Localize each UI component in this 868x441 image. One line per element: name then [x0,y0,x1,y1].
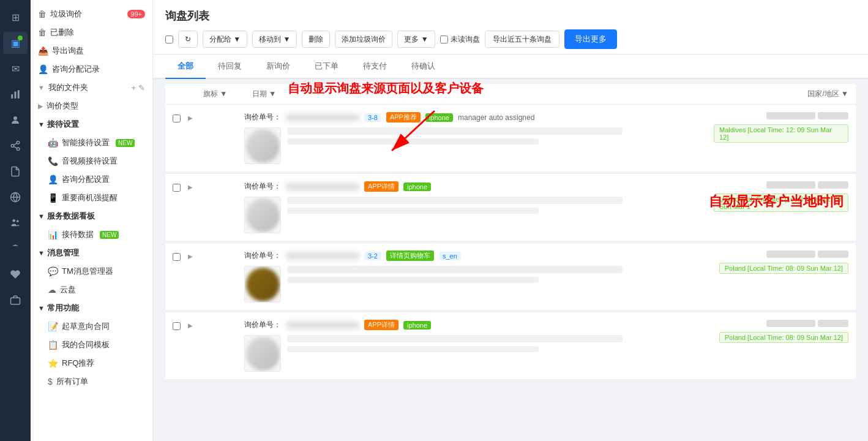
delete-button[interactable]: 删除 [302,31,330,48]
rfq-icon: ⭐ [48,358,58,368]
section-message-label: 消息管理 [47,247,79,258]
sidebar-item-consult-dist[interactable]: 👤 咨询分配设置 [31,170,152,189]
inquiry-type-row[interactable]: ▶ 询价类型 [31,97,152,115]
refresh-button[interactable]: ↻ [178,31,198,48]
export-more-button[interactable]: 导出更多 [564,29,617,49]
tab-ordered[interactable]: 已下单 [302,55,351,79]
expand-2[interactable]: ▶ [188,181,193,190]
svg-point-12 [17,220,19,222]
file-icon[interactable] [3,160,28,183]
product-name-4 [287,335,623,342]
annotation-1: 自动显示询盘来源页面以及客户设备 [288,80,484,97]
briefcase-icon[interactable] [3,289,28,311]
sidebar-item-tm[interactable]: 💬 TM消息管理器 [31,262,152,281]
tab-pending-reply[interactable]: 待回复 [206,55,254,79]
person-group-icon[interactable] [3,212,28,234]
product-info-3 [287,266,706,283]
inquiry-checkbox-4[interactable] [173,320,181,332]
sidebar-item-cloud[interactable]: ☁ 云盘 [31,281,152,299]
product-info-1 [287,127,706,145]
flag-col-header[interactable]: 旗标 ▼ [203,89,252,99]
user-icon[interactable] [3,109,28,131]
message-icon[interactable]: ✉ [3,58,28,80]
sidebar-item-rfq[interactable]: ⭐ RFQ推荐 [31,354,152,372]
inquiry-number-4: 询价单号： [244,320,281,330]
add-spam-button[interactable]: 添加垃圾询价 [335,31,392,48]
more-button[interactable]: 更多 ▼ [397,31,435,48]
section-service-label: 服务数据看板 [47,211,95,222]
check-1[interactable] [173,115,181,123]
tab-all[interactable]: 全部 [165,55,206,79]
inquiry-header-3: 询价单号： 3-2 详情页购物车 s_en [244,251,706,261]
sidebar-item-trash[interactable]: 🗑 垃圾询价 99+ [31,5,152,23]
date-badge-3: 3-2 [364,252,381,260]
inquiry-header-2: 询价单号： APP详情 iphone [244,181,706,192]
sidebar-item-export[interactable]: 📤 导出询盘 [31,42,152,60]
export-icon: 📤 [38,46,48,56]
smart-icon: 🤖 [48,138,58,148]
section-message[interactable]: ▼ 消息管理 [31,244,152,262]
product-info-4 [287,335,706,352]
expand-4[interactable]: ▶ [188,320,193,329]
unread-check[interactable] [440,36,448,43]
svg-line-8 [13,143,17,145]
folder-actions: + ✎ [131,83,145,92]
sidebar-item-contract-draft[interactable]: 📝 起草意向合同 [31,317,152,336]
svg-point-6 [17,148,20,151]
inquiry-checkbox-3[interactable] [173,251,181,263]
inquiry-body-2: 询价单号： APP详情 iphone [244,181,706,233]
tabs: 全部 待回复 新询价 已下单 待支付 待确认 [153,55,868,79]
inquiry-id-1 [286,114,359,121]
sidebar-item-deleted[interactable]: 🗑 已删除 [31,23,152,42]
inquiry-card-4: ▶ 询价单号： APP详情 iphone [165,312,856,380]
product-name-3 [287,266,623,273]
sidebar-item-reception-data[interactable]: 📊 接待数据 NEW [31,225,152,244]
expand-3[interactable]: ▶ [188,251,193,260]
section-reception[interactable]: ▼ 接待设置 [31,115,152,134]
move-button[interactable]: 移动到 ▼ [252,31,297,48]
chart-icon[interactable] [3,83,28,105]
tab-pending-confirm[interactable]: 待确认 [399,55,447,79]
add-folder-icon[interactable]: + [131,83,136,92]
home-icon[interactable]: ⊞ [3,6,28,28]
svg-rect-0 [11,94,13,99]
product-name-2 [287,197,623,204]
check-2[interactable] [173,184,181,192]
inquiry-section-1: ▶ 询价单号： 3-8 APP推荐 iphone manager auto as… [165,105,856,172]
bank-icon[interactable] [3,238,28,260]
export-fifty-button[interactable]: 导出近五十条询盘 [485,31,559,48]
sidebar-item-remind[interactable]: 📱 重要商机强提醒 [31,189,152,207]
tab-pending-pay[interactable]: 待支付 [351,55,399,79]
select-all-checkbox[interactable] [165,36,173,43]
country-col-header[interactable]: 国家/地区 ▼ [726,89,848,99]
inquiry-checkbox-1[interactable] [173,112,181,124]
sidebar-item-consult[interactable]: 👤 咨询分配记录 [31,60,152,78]
expand-1[interactable]: ▶ [188,112,193,121]
unread-checkbox[interactable]: 未读询盘 [440,34,480,45]
heart-icon[interactable] [3,263,28,285]
tab-new-inquiry[interactable]: 新询价 [254,55,302,79]
inquiry-header-4: 询价单号： APP详情 iphone [244,320,706,330]
share-icon[interactable] [3,135,28,157]
move-label: 移动到 ▼ [259,34,290,45]
edit-folder-icon[interactable]: ✎ [138,83,145,92]
delete-label: 删除 [309,34,323,45]
distribute-label: 分配给 ▼ [209,34,241,45]
check-3[interactable] [173,253,181,261]
distribute-button[interactable]: 分配给 ▼ [203,31,247,48]
sidebar-item-contract-template[interactable]: 📋 我的合同模板 [31,336,152,354]
sidebar-item-orders[interactable]: $ 所有订单 [31,372,152,391]
section-service[interactable]: ▼ 服务数据看板 [31,207,152,225]
icon-bar: ⊞ ▣ ✉ [0,0,31,441]
dashboard-icon[interactable]: ▣ [3,32,28,54]
section-common[interactable]: ▼ 常用功能 [31,299,152,317]
sidebar-item-av-reception[interactable]: 📞 音视频接待设置 [31,152,152,170]
product-desc-2 [287,208,539,214]
check-4[interactable] [173,322,181,330]
inquiry-card-3: ▶ 询价单号： 3-2 详情页购物车 s_en [165,243,856,311]
inquiry-checkbox-2[interactable] [173,181,181,194]
svg-point-3 [13,116,17,120]
globe-icon[interactable] [3,186,28,208]
sidebar-item-smart-reception[interactable]: 🤖 智能接待设置 NEW [31,134,152,152]
my-files-row[interactable]: ▼ 我的文件夹 + ✎ [31,78,152,97]
